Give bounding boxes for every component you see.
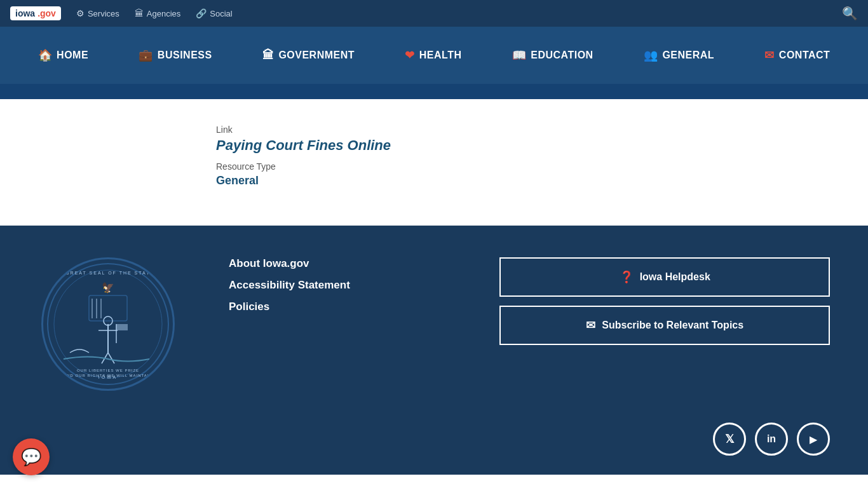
nav-contact-label: CONTACT [779, 50, 831, 61]
footer-inner: THE GREAT SEAL OF THE STATE OF IOWA 🦅 [38, 251, 830, 397]
about-iowa-link[interactable]: About Iowa.gov [229, 257, 449, 270]
seal-circle: THE GREAT SEAL OF THE STATE OF IOWA 🦅 [41, 257, 175, 391]
footer-seal: THE GREAT SEAL OF THE STATE OF IOWA 🦅 [38, 251, 178, 397]
nav-general-label: GENERAL [662, 50, 714, 61]
policies-link[interactable]: Policies [229, 301, 449, 313]
nav-business[interactable]: 💼 BUSINESS [131, 43, 219, 67]
nav-health-label: HEALTH [419, 50, 462, 61]
main-nav: 🏠 HOME 💼 BUSINESS 🏛 GOVERNMENT ❤ HEALTH … [0, 27, 868, 84]
resource-type-label: Resource Type [216, 161, 741, 172]
nav-government[interactable]: 🏛 GOVERNMENT [255, 44, 362, 67]
nav-business-label: BUSINESS [158, 50, 212, 61]
subscribe-button[interactable]: ✉ Subscribe to Relevant Topics [499, 306, 830, 345]
government-icon: 🏛 [262, 49, 275, 62]
svg-text:🦅: 🦅 [102, 281, 114, 294]
nav-contact[interactable]: ✉ CONTACT [757, 43, 837, 67]
nav-health[interactable]: ❤ HEALTH [397, 43, 469, 67]
nav-items: 🏠 HOME 💼 BUSINESS 🏛 GOVERNMENT ❤ HEALTH … [13, 43, 855, 67]
svg-text:AND OUR RIGHTS WE WILL MAINTAI: AND OUR RIGHTS WE WILL MAINTAIN [64, 374, 153, 377]
accent-bar [0, 84, 868, 99]
content-area: Link Paying Court Fines Online Resource … [0, 99, 868, 226]
iowa-logo-dot: .gov [37, 8, 56, 18]
link-label: Link [216, 125, 741, 135]
footer: THE GREAT SEAL OF THE STATE OF IOWA 🦅 [0, 226, 868, 475]
resource-type-value: General [216, 174, 741, 187]
footer-buttons: ❓ Iowa Helpdesk ✉ Subscribe to Relevant … [499, 251, 830, 345]
business-icon: 💼 [139, 48, 153, 62]
svg-line-13 [108, 353, 114, 363]
twitter-icon: 𝕏 [725, 432, 735, 446]
agencies-label: Agencies [147, 9, 180, 18]
svg-text:OUR LIBERTIES WE PRIZE: OUR LIBERTIES WE PRIZE [77, 369, 139, 372]
general-icon: 👥 [644, 48, 658, 62]
home-icon: 🏠 [38, 48, 53, 62]
iowa-helpdesk-button[interactable]: ❓ Iowa Helpdesk [499, 257, 830, 297]
nav-education-label: EDUCATION [531, 50, 593, 61]
nav-government-label: GOVERNMENT [278, 50, 355, 61]
link-title-link[interactable]: Paying Court Fines Online [216, 137, 741, 154]
chat-icon: 💬 [21, 447, 41, 467]
social-icon: 🔗 [196, 8, 207, 18]
subscribe-label: Subscribe to Relevant Topics [602, 320, 743, 331]
linkedin-button[interactable]: in [755, 423, 788, 456]
svg-rect-15 [116, 324, 128, 330]
search-button[interactable]: 🔍 [842, 6, 858, 21]
chat-button[interactable]: 💬 [13, 438, 50, 475]
nav-general[interactable]: 👥 GENERAL [636, 43, 722, 67]
utility-bar-left: iowa .gov ⚙ Services 🏛 Agencies 🔗 Social [10, 6, 233, 20]
iowa-logo-text: iowa [15, 8, 35, 18]
contact-icon: ✉ [764, 48, 775, 62]
nav-home[interactable]: 🏠 HOME [31, 43, 97, 67]
seal-svg: THE GREAT SEAL OF THE STATE OF IOWA 🦅 [44, 261, 172, 388]
twitter-button[interactable]: 𝕏 [713, 423, 746, 456]
helpdesk-icon: ❓ [620, 270, 634, 284]
youtube-icon: ▶ [810, 433, 817, 445]
svg-rect-5 [89, 295, 127, 321]
agencies-link[interactable]: 🏛 Agencies [135, 8, 180, 18]
accessibility-statement-link[interactable]: Accessibility Statement [229, 279, 449, 292]
education-icon: 📖 [512, 48, 527, 62]
helpdesk-label: Iowa Helpdesk [640, 271, 710, 283]
social-label: Social [210, 9, 232, 18]
services-label: Services [88, 9, 119, 18]
svg-text:THE GREAT SEAL OF THE STATE OF: THE GREAT SEAL OF THE STATE OF [50, 271, 166, 275]
agencies-icon: 🏛 [135, 8, 144, 18]
iowa-logo[interactable]: iowa .gov [10, 6, 61, 20]
utility-bar: iowa .gov ⚙ Services 🏛 Agencies 🔗 Social… [0, 0, 868, 27]
social-link[interactable]: 🔗 Social [196, 8, 232, 18]
services-link[interactable]: ⚙ Services [76, 8, 119, 18]
health-icon: ❤ [405, 48, 415, 62]
nav-education[interactable]: 📖 EDUCATION [505, 43, 601, 67]
nav-home-label: HOME [57, 50, 88, 61]
linkedin-icon: in [767, 433, 776, 445]
youtube-button[interactable]: ▶ [797, 423, 830, 456]
subscribe-icon: ✉ [586, 318, 595, 332]
services-icon: ⚙ [76, 8, 85, 18]
footer-bottom: 𝕏 in ▶ [38, 416, 830, 456]
footer-links: About Iowa.gov Accessibility Statement P… [229, 251, 449, 313]
